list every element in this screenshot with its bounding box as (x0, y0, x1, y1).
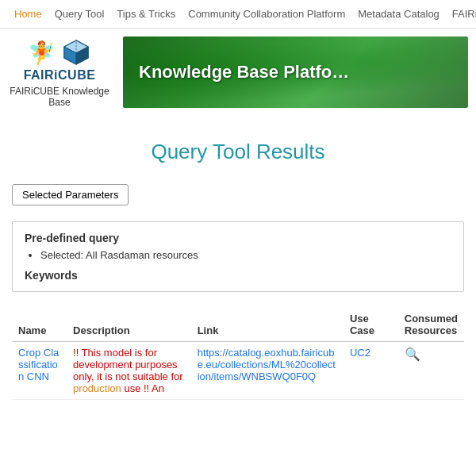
nav-tips-tricks[interactable]: Tips & Tricks (110, 0, 182, 29)
nav-fairicube-c[interactable]: FAIRiCUBE C… (446, 0, 476, 29)
keywords-label: Keywords (25, 269, 78, 282)
query-box-heading: Pre-defined query (25, 232, 451, 244)
desc-part-3: use !! An (121, 382, 164, 394)
nav-metadata[interactable]: Metadata Catalog (351, 0, 446, 29)
logo-area: 🧚 FAIRiCUBE FAIRiCUBE Knowledge Base (8, 36, 111, 108)
use-case-link[interactable]: UC2 (350, 347, 370, 359)
cell-name: Crop Classification CNN (12, 342, 67, 400)
desc-part-1: !! This model is for development purpose… (73, 347, 183, 382)
results-table: Name Description Link Use Case Consumed … (12, 308, 464, 400)
brand-name: FAIRiCUBE (24, 68, 96, 83)
search-icon[interactable]: 🔍 (405, 347, 420, 361)
cell-consumed-resources: 🔍 (398, 342, 464, 400)
nav-home[interactable]: Home (8, 0, 48, 29)
logo-subtitle: FAIRiCUBE Knowledge Base (8, 86, 111, 108)
col-header-use-case: Use Case (344, 308, 398, 342)
page-title: Query Tool Results (12, 140, 464, 164)
hero-banner: Knowledge Base Platfo… (123, 36, 468, 108)
nav-community[interactable]: Community Collaboration Platform (182, 0, 351, 29)
nav-query-tool[interactable]: Query Tool (48, 0, 111, 29)
table-row: Crop Classification CNN !! This model is… (12, 342, 464, 400)
desc-part-2: production (73, 382, 121, 394)
resource-link[interactable]: https://catalog.eoxhub.fairicube.eu/coll… (198, 347, 336, 382)
cell-use-case: UC2 (344, 342, 398, 400)
table-header-row: Name Description Link Use Case Consumed … (12, 308, 464, 342)
main-nav: Home Query Tool Tips & Tricks Community … (0, 0, 476, 29)
name-link[interactable]: Crop Classification CNN (18, 347, 59, 382)
cell-link: https://catalog.eoxhub.fairicube.eu/coll… (191, 342, 344, 400)
query-info-box: Pre-defined query Selected: All Rasdaman… (12, 221, 464, 292)
col-header-link: Link (191, 308, 344, 342)
col-header-consumed-resources: Consumed Resources (398, 308, 464, 342)
cell-description: !! This model is for development purpose… (67, 342, 191, 400)
selected-parameters-button[interactable]: Selected Parameters (12, 184, 129, 205)
selected-query-text: Selected: All Rasdaman resources (40, 249, 451, 261)
logo-row: 🧚 (28, 36, 92, 68)
main-content: Query Tool Results Selected Parameters P… (0, 116, 476, 408)
hero-title: Knowledge Base Platfo… (139, 62, 349, 83)
col-header-description: Description (67, 308, 191, 342)
cube-icon (60, 36, 92, 68)
col-header-name: Name (12, 308, 67, 342)
header-area: 🧚 FAIRiCUBE FAIRiCUBE Knowledge Base Kno… (0, 29, 476, 116)
fairy-icon: 🧚 (28, 40, 56, 66)
